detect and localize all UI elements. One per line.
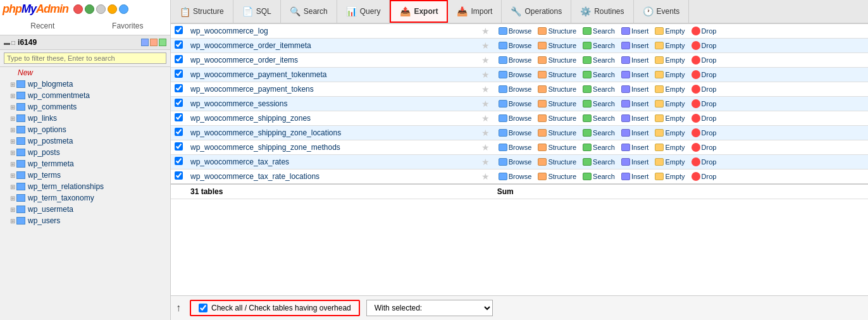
logo-icon-info[interactable] (85, 4, 94, 14)
star-icon[interactable]: ★ (481, 171, 490, 182)
row-checkbox[interactable] (175, 142, 183, 151)
star-icon[interactable]: ★ (481, 113, 490, 123)
browse-link[interactable]: Browse (497, 99, 533, 108)
logo-icon-power[interactable] (119, 4, 128, 14)
star-icon[interactable]: ★ (481, 157, 490, 167)
tab-sql[interactable]: 📄 SQL (233, 0, 281, 23)
drop-link[interactable]: Drop (690, 142, 718, 152)
row-checkbox[interactable] (175, 70, 183, 78)
browse-link[interactable]: Browse (497, 27, 533, 35)
sidebar-item-wp_comments[interactable]: ⊞ wp_comments (0, 101, 170, 113)
drop-link[interactable]: Drop (690, 26, 718, 36)
row-checkbox[interactable] (175, 84, 183, 92)
browse-link[interactable]: Browse (497, 172, 533, 181)
sidebar-item-wp_termmeta[interactable]: ⊞ wp_termmeta (0, 158, 170, 169)
empty-link[interactable]: Empty (654, 41, 686, 50)
table-name-link[interactable]: wp_woocommerce_log (190, 27, 268, 35)
sidebar-item-wp_options[interactable]: ⊞ wp_options (0, 124, 170, 135)
table-name-link[interactable]: wp_woocommerce_payment_tokenmeta (190, 70, 326, 79)
row-checkbox[interactable] (175, 40, 183, 49)
db-action-icon-2[interactable] (150, 39, 158, 46)
empty-link[interactable]: Empty (654, 114, 686, 123)
sidebar-item-wp_usermeta[interactable]: ⊞ wp_usermeta (0, 204, 170, 215)
browse-link[interactable]: Browse (497, 85, 533, 94)
sidebar-item-wp_commentmeta[interactable]: ⊞ wp_commentmeta (0, 90, 170, 101)
drop-link[interactable]: Drop (690, 113, 718, 123)
tab-events[interactable]: 🕐 Events (634, 0, 690, 23)
star-icon[interactable]: ★ (481, 142, 490, 152)
star-icon[interactable]: ★ (481, 99, 490, 109)
search-link[interactable]: Search (581, 27, 616, 35)
back-arrow-icon[interactable]: ↑ (176, 302, 181, 314)
drop-link[interactable]: Drop (690, 84, 718, 94)
empty-link[interactable]: Empty (654, 27, 686, 35)
db-header[interactable]: ▬ □ i6149 (0, 35, 170, 50)
sidebar-new-item[interactable]: New (0, 67, 170, 78)
drop-link[interactable]: Drop (690, 99, 718, 109)
sidebar-item-wp_users[interactable]: ⊞ wp_users (0, 215, 170, 226)
insert-link[interactable]: Insert (620, 56, 650, 65)
table-name-link[interactable]: wp_woocommerce_order_itemmeta (190, 41, 311, 50)
logo-icon-settings[interactable] (96, 4, 106, 14)
tab-query[interactable]: 📊 Query (337, 0, 390, 23)
tab-routines[interactable]: ⚙️ Routines (571, 0, 633, 23)
search-link[interactable]: Search (581, 99, 616, 108)
empty-link[interactable]: Empty (654, 128, 686, 137)
row-checkbox[interactable] (175, 113, 183, 121)
search-link[interactable]: Search (581, 70, 616, 79)
row-checkbox[interactable] (175, 26, 183, 34)
row-checkbox[interactable] (175, 55, 183, 63)
empty-link[interactable]: Empty (654, 172, 686, 181)
row-checkbox[interactable] (175, 157, 183, 165)
sidebar-item-wp_postmeta[interactable]: ⊞ wp_postmeta (0, 135, 170, 147)
db-action-icon-3[interactable] (159, 39, 166, 46)
tab-import[interactable]: 📥 Import (448, 0, 502, 23)
drop-link[interactable]: Drop (690, 157, 718, 167)
structure-link[interactable]: Structure (536, 99, 578, 108)
drop-link[interactable]: Drop (690, 171, 718, 182)
browse-link[interactable]: Browse (497, 157, 533, 166)
table-name-link[interactable]: wp_woocommerce_shipping_zones (190, 114, 311, 123)
table-name-link[interactable]: wp_woocommerce_sessions (190, 99, 287, 108)
sidebar-item-wp_term_taxonomy[interactable]: ⊞ wp_term_taxonomy (0, 192, 170, 204)
star-icon[interactable]: ★ (481, 40, 490, 51)
table-name-link[interactable]: wp_woocommerce_tax_rates (190, 157, 289, 166)
insert-link[interactable]: Insert (620, 143, 650, 152)
empty-link[interactable]: Empty (654, 99, 686, 108)
logo-icon-home[interactable] (73, 4, 83, 14)
star-icon[interactable]: ★ (481, 26, 490, 36)
browse-link[interactable]: Browse (497, 143, 533, 152)
db-collapse-icon[interactable]: ▬ (4, 39, 10, 46)
star-icon[interactable]: ★ (481, 55, 490, 65)
structure-link[interactable]: Structure (536, 172, 578, 181)
empty-link[interactable]: Empty (654, 143, 686, 152)
insert-link[interactable]: Insert (620, 70, 650, 79)
sidebar-item-wp_terms[interactable]: ⊞ wp_terms (0, 169, 170, 181)
structure-link[interactable]: Structure (536, 70, 578, 79)
search-link[interactable]: Search (581, 172, 616, 181)
tab-search[interactable]: 🔍 Search (281, 0, 337, 23)
structure-link[interactable]: Structure (536, 128, 578, 137)
structure-link[interactable]: Structure (536, 27, 578, 35)
star-icon[interactable]: ★ (481, 84, 490, 94)
insert-link[interactable]: Insert (620, 172, 650, 181)
sidebar-tab-recent[interactable]: Recent (0, 18, 85, 35)
check-all-button[interactable]: Check all / Check tables having overhead (190, 300, 360, 316)
empty-link[interactable]: Empty (654, 157, 686, 166)
star-icon[interactable]: ★ (481, 128, 490, 138)
tab-operations[interactable]: 🔧 Operations (502, 0, 571, 23)
insert-link[interactable]: Insert (620, 157, 650, 166)
empty-link[interactable]: Empty (654, 85, 686, 94)
insert-link[interactable]: Insert (620, 41, 650, 50)
table-name-link[interactable]: wp_woocommerce_payment_tokens (190, 85, 314, 94)
star-icon[interactable]: ★ (481, 70, 490, 80)
sidebar-item-wp_term_relationships[interactable]: ⊞ wp_term_relationships (0, 181, 170, 192)
drop-link[interactable]: Drop (690, 128, 718, 138)
structure-link[interactable]: Structure (536, 157, 578, 166)
sidebar-tab-favorites[interactable]: Favorites (85, 18, 171, 35)
search-link[interactable]: Search (581, 143, 616, 152)
browse-link[interactable]: Browse (497, 114, 533, 123)
empty-link[interactable]: Empty (654, 56, 686, 65)
drop-link[interactable]: Drop (690, 40, 718, 51)
row-checkbox[interactable] (175, 128, 183, 136)
